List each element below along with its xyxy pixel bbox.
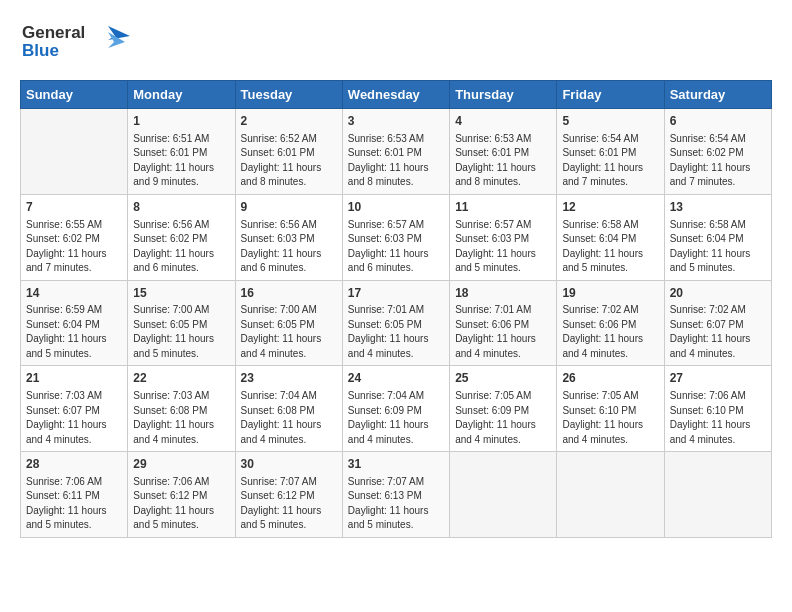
calendar-cell: 3Sunrise: 6:53 AMSunset: 6:01 PMDaylight… (342, 109, 449, 195)
calendar-cell: 8Sunrise: 6:56 AMSunset: 6:02 PMDaylight… (128, 194, 235, 280)
day-number: 28 (26, 456, 122, 473)
day-number: 1 (133, 113, 229, 130)
svg-text:General: General (22, 23, 85, 42)
day-info: Sunrise: 7:04 AMSunset: 6:09 PMDaylight:… (348, 389, 444, 447)
calendar-cell: 14Sunrise: 6:59 AMSunset: 6:04 PMDayligh… (21, 280, 128, 366)
day-info: Sunrise: 6:54 AMSunset: 6:02 PMDaylight:… (670, 132, 766, 190)
day-number: 29 (133, 456, 229, 473)
calendar-cell: 1Sunrise: 6:51 AMSunset: 6:01 PMDaylight… (128, 109, 235, 195)
day-info: Sunrise: 7:06 AMSunset: 6:11 PMDaylight:… (26, 475, 122, 533)
day-info: Sunrise: 6:52 AMSunset: 6:01 PMDaylight:… (241, 132, 337, 190)
day-info: Sunrise: 7:07 AMSunset: 6:13 PMDaylight:… (348, 475, 444, 533)
calendar-cell: 24Sunrise: 7:04 AMSunset: 6:09 PMDayligh… (342, 366, 449, 452)
calendar-cell (21, 109, 128, 195)
day-number: 14 (26, 285, 122, 302)
svg-marker-2 (108, 26, 130, 40)
day-number: 27 (670, 370, 766, 387)
weekday-header: Monday (128, 81, 235, 109)
day-number: 7 (26, 199, 122, 216)
calendar-cell: 31Sunrise: 7:07 AMSunset: 6:13 PMDayligh… (342, 452, 449, 538)
day-number: 10 (348, 199, 444, 216)
calendar-cell (450, 452, 557, 538)
weekday-header: Thursday (450, 81, 557, 109)
day-info: Sunrise: 6:51 AMSunset: 6:01 PMDaylight:… (133, 132, 229, 190)
day-info: Sunrise: 7:06 AMSunset: 6:12 PMDaylight:… (133, 475, 229, 533)
calendar-cell: 15Sunrise: 7:00 AMSunset: 6:05 PMDayligh… (128, 280, 235, 366)
day-number: 3 (348, 113, 444, 130)
weekday-header: Friday (557, 81, 664, 109)
calendar-cell: 2Sunrise: 6:52 AMSunset: 6:01 PMDaylight… (235, 109, 342, 195)
day-info: Sunrise: 6:58 AMSunset: 6:04 PMDaylight:… (670, 218, 766, 276)
day-info: Sunrise: 6:58 AMSunset: 6:04 PMDaylight:… (562, 218, 658, 276)
logo: General Blue (20, 18, 130, 66)
day-info: Sunrise: 7:05 AMSunset: 6:09 PMDaylight:… (455, 389, 551, 447)
day-number: 15 (133, 285, 229, 302)
calendar-week-row: 14Sunrise: 6:59 AMSunset: 6:04 PMDayligh… (21, 280, 772, 366)
calendar-cell: 27Sunrise: 7:06 AMSunset: 6:10 PMDayligh… (664, 366, 771, 452)
logo-text: General Blue (20, 18, 130, 66)
day-number: 12 (562, 199, 658, 216)
calendar-cell: 26Sunrise: 7:05 AMSunset: 6:10 PMDayligh… (557, 366, 664, 452)
calendar-cell: 25Sunrise: 7:05 AMSunset: 6:09 PMDayligh… (450, 366, 557, 452)
day-number: 5 (562, 113, 658, 130)
calendar-cell: 19Sunrise: 7:02 AMSunset: 6:06 PMDayligh… (557, 280, 664, 366)
day-info: Sunrise: 7:00 AMSunset: 6:05 PMDaylight:… (133, 303, 229, 361)
calendar-cell: 30Sunrise: 7:07 AMSunset: 6:12 PMDayligh… (235, 452, 342, 538)
calendar-week-row: 1Sunrise: 6:51 AMSunset: 6:01 PMDaylight… (21, 109, 772, 195)
calendar-week-row: 21Sunrise: 7:03 AMSunset: 6:07 PMDayligh… (21, 366, 772, 452)
day-number: 8 (133, 199, 229, 216)
day-info: Sunrise: 6:57 AMSunset: 6:03 PMDaylight:… (455, 218, 551, 276)
calendar-cell: 6Sunrise: 6:54 AMSunset: 6:02 PMDaylight… (664, 109, 771, 195)
day-number: 16 (241, 285, 337, 302)
day-number: 19 (562, 285, 658, 302)
day-info: Sunrise: 6:53 AMSunset: 6:01 PMDaylight:… (348, 132, 444, 190)
calendar-cell: 10Sunrise: 6:57 AMSunset: 6:03 PMDayligh… (342, 194, 449, 280)
day-info: Sunrise: 6:53 AMSunset: 6:01 PMDaylight:… (455, 132, 551, 190)
day-number: 25 (455, 370, 551, 387)
calendar-cell: 16Sunrise: 7:00 AMSunset: 6:05 PMDayligh… (235, 280, 342, 366)
day-number: 30 (241, 456, 337, 473)
day-info: Sunrise: 7:07 AMSunset: 6:12 PMDaylight:… (241, 475, 337, 533)
header: General Blue (20, 18, 772, 66)
day-number: 9 (241, 199, 337, 216)
calendar-cell: 7Sunrise: 6:55 AMSunset: 6:02 PMDaylight… (21, 194, 128, 280)
day-info: Sunrise: 7:01 AMSunset: 6:06 PMDaylight:… (455, 303, 551, 361)
day-info: Sunrise: 6:57 AMSunset: 6:03 PMDaylight:… (348, 218, 444, 276)
calendar-cell: 28Sunrise: 7:06 AMSunset: 6:11 PMDayligh… (21, 452, 128, 538)
day-number: 4 (455, 113, 551, 130)
calendar-week-row: 7Sunrise: 6:55 AMSunset: 6:02 PMDaylight… (21, 194, 772, 280)
day-number: 2 (241, 113, 337, 130)
calendar-cell: 29Sunrise: 7:06 AMSunset: 6:12 PMDayligh… (128, 452, 235, 538)
weekday-header: Sunday (21, 81, 128, 109)
day-info: Sunrise: 7:05 AMSunset: 6:10 PMDaylight:… (562, 389, 658, 447)
weekday-header: Tuesday (235, 81, 342, 109)
day-info: Sunrise: 7:06 AMSunset: 6:10 PMDaylight:… (670, 389, 766, 447)
day-number: 23 (241, 370, 337, 387)
calendar-cell: 11Sunrise: 6:57 AMSunset: 6:03 PMDayligh… (450, 194, 557, 280)
day-number: 6 (670, 113, 766, 130)
day-info: Sunrise: 6:56 AMSunset: 6:02 PMDaylight:… (133, 218, 229, 276)
page-container: General Blue SundayMondayTuesdayWednesda… (0, 0, 792, 612)
calendar-cell: 9Sunrise: 6:56 AMSunset: 6:03 PMDaylight… (235, 194, 342, 280)
day-number: 20 (670, 285, 766, 302)
calendar-header-row: SundayMondayTuesdayWednesdayThursdayFrid… (21, 81, 772, 109)
calendar-cell: 22Sunrise: 7:03 AMSunset: 6:08 PMDayligh… (128, 366, 235, 452)
calendar-cell: 4Sunrise: 6:53 AMSunset: 6:01 PMDaylight… (450, 109, 557, 195)
calendar-cell: 17Sunrise: 7:01 AMSunset: 6:05 PMDayligh… (342, 280, 449, 366)
calendar-cell (557, 452, 664, 538)
day-info: Sunrise: 6:56 AMSunset: 6:03 PMDaylight:… (241, 218, 337, 276)
day-number: 21 (26, 370, 122, 387)
day-info: Sunrise: 7:01 AMSunset: 6:05 PMDaylight:… (348, 303, 444, 361)
day-info: Sunrise: 6:54 AMSunset: 6:01 PMDaylight:… (562, 132, 658, 190)
day-info: Sunrise: 6:59 AMSunset: 6:04 PMDaylight:… (26, 303, 122, 361)
weekday-header: Saturday (664, 81, 771, 109)
day-number: 17 (348, 285, 444, 302)
calendar-cell: 20Sunrise: 7:02 AMSunset: 6:07 PMDayligh… (664, 280, 771, 366)
day-info: Sunrise: 6:55 AMSunset: 6:02 PMDaylight:… (26, 218, 122, 276)
calendar-table: SundayMondayTuesdayWednesdayThursdayFrid… (20, 80, 772, 538)
calendar-week-row: 28Sunrise: 7:06 AMSunset: 6:11 PMDayligh… (21, 452, 772, 538)
day-number: 26 (562, 370, 658, 387)
day-info: Sunrise: 7:02 AMSunset: 6:07 PMDaylight:… (670, 303, 766, 361)
day-info: Sunrise: 7:02 AMSunset: 6:06 PMDaylight:… (562, 303, 658, 361)
day-number: 13 (670, 199, 766, 216)
